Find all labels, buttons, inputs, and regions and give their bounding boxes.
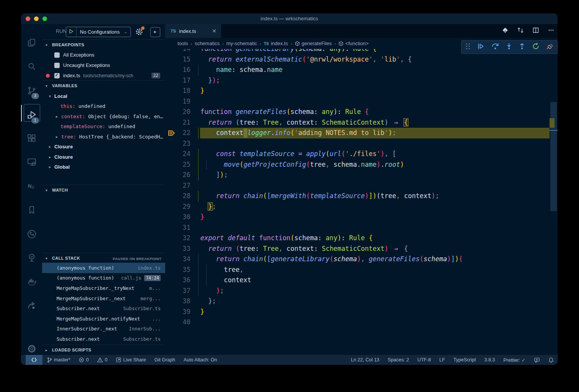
code-line-33[interactable]: 33 return (tree: Tree, context: Schemati… bbox=[165, 244, 558, 254]
line-number[interactable]: 24 bbox=[178, 149, 190, 159]
errors-status[interactable]: 0 bbox=[79, 357, 89, 363]
breakpoint-row[interactable]: index.tstools/schematics/my-sch...22 bbox=[42, 70, 165, 81]
breakpoint-gutter[interactable] bbox=[165, 86, 178, 96]
breakpoint-gutter[interactable] bbox=[165, 265, 178, 275]
line-number[interactable]: 18 bbox=[178, 86, 190, 96]
code-line-22[interactable]: 22 context.logger.info('adding NOTES.md … bbox=[165, 128, 558, 138]
variable-row[interactable]: ▸tree: HostTree {_backend: ScopedH… bbox=[42, 132, 165, 142]
line-number[interactable]: 36 bbox=[178, 275, 190, 286]
variables-scope-row[interactable]: ▾Local bbox=[42, 91, 165, 101]
code-line-40[interactable]: 40 bbox=[165, 317, 558, 328]
code-line-15[interactable]: 15 return externalSchematic('@nrwl/works… bbox=[165, 54, 558, 65]
activity-bar-item-share[interactable] bbox=[21, 296, 42, 315]
live-share-status[interactable]: Live Share bbox=[116, 357, 146, 363]
step-out-button[interactable] bbox=[519, 43, 525, 51]
code-line-25[interactable]: 25 move(getProjectConfig(tree, schema.na… bbox=[165, 159, 558, 170]
line-number[interactable]: 28 bbox=[178, 191, 190, 202]
restart-button[interactable] bbox=[532, 43, 539, 51]
activity-bar-item-extensions[interactable] bbox=[21, 129, 42, 148]
line-number[interactable]: 22 bbox=[178, 128, 190, 138]
breakpoint-gutter[interactable] bbox=[165, 296, 178, 307]
variable-row[interactable]: templateSource: undefined bbox=[42, 122, 165, 132]
breadcrumb-item[interactable]: <function> bbox=[338, 41, 369, 46]
breakpoint-row[interactable]: Uncaught Exceptions bbox=[42, 60, 165, 70]
activity-bar-item-source-control[interactable]: 3 bbox=[21, 81, 42, 100]
activity-bar-item-git-graph[interactable] bbox=[21, 225, 42, 243]
breakpoint-gutter[interactable] bbox=[165, 275, 178, 286]
line-number[interactable]: 34 bbox=[178, 254, 190, 265]
code-line-20[interactable]: 20function generateFiles(schema: any): R… bbox=[165, 107, 558, 117]
breakpoint-gutter[interactable] bbox=[165, 149, 178, 159]
variable-row[interactable]: this: undefined bbox=[42, 101, 165, 112]
variable-row[interactable]: ▸context: Object {debug: false, en… bbox=[42, 111, 165, 122]
line-number[interactable]: 30 bbox=[178, 212, 190, 223]
breakpoint-gutter[interactable] bbox=[165, 254, 178, 265]
line-number[interactable]: 17 bbox=[178, 75, 190, 86]
activity-bar-item-run-debug[interactable]: 1 bbox=[21, 106, 42, 124]
line-number[interactable]: 20 bbox=[178, 107, 190, 117]
line-number[interactable]: 14 bbox=[178, 49, 190, 54]
code-line-30[interactable]: 30} bbox=[165, 212, 558, 223]
activity-bar-item-test-explorer[interactable] bbox=[21, 249, 42, 267]
debug-console-button[interactable]: ▸ bbox=[150, 27, 160, 37]
activity-bar-item-bookmarks[interactable] bbox=[21, 201, 42, 219]
code-line-34[interactable]: 34 return chain([generateLibrary(schema)… bbox=[165, 254, 558, 265]
code-line-39[interactable]: 39} bbox=[165, 307, 558, 317]
eol-status[interactable]: LF bbox=[439, 357, 445, 363]
call-stack-section-header[interactable]: ▾ CALL STACK PAUSED ON BREAKPOINT bbox=[42, 253, 165, 264]
breakpoint-gutter[interactable] bbox=[165, 223, 178, 233]
cursor-position-status[interactable]: Ln 22, Col 13 bbox=[351, 357, 379, 363]
breakpoints-section-header[interactable]: ▾ BREAKPOINTS bbox=[42, 39, 165, 50]
breakpoint-gutter[interactable] bbox=[165, 191, 178, 202]
line-number[interactable]: 38 bbox=[178, 296, 190, 307]
line-number[interactable]: 31 bbox=[178, 223, 190, 233]
breadcrumb-item[interactable]: schematics bbox=[195, 41, 220, 46]
call-stack-frame[interactable]: (anonymous function)index.ts bbox=[42, 263, 165, 273]
activity-bar-item-nx-console[interactable]: N≥ bbox=[21, 177, 42, 195]
code-line-19[interactable]: 19 bbox=[165, 96, 558, 107]
breakpoint-gutter[interactable] bbox=[165, 54, 178, 65]
call-stack-frame[interactable]: Subscriber.nextSubscriber.ts bbox=[42, 334, 165, 344]
gitlens-button[interactable] bbox=[502, 27, 509, 35]
breadcrumb-item[interactable]: TSindex.ts bbox=[264, 41, 288, 46]
loaded-scripts-section-header[interactable]: ▸ LOADED SCRIPTS bbox=[42, 345, 165, 355]
line-number[interactable]: 35 bbox=[178, 265, 190, 275]
disconnect-button[interactable] bbox=[546, 43, 554, 51]
code-line-21[interactable]: 21 return (tree: Tree, context: Schemati… bbox=[165, 117, 558, 128]
code-editor[interactable]: 14function generateLibrary(schema: any):… bbox=[165, 49, 558, 355]
breakpoint-checkbox[interactable] bbox=[54, 73, 60, 78]
code-line-28[interactable]: 28 return chain([mergeWith(templateSourc… bbox=[165, 191, 558, 202]
code-line-36[interactable]: 36 context bbox=[165, 275, 558, 286]
line-number[interactable]: 33 bbox=[178, 244, 190, 254]
launch-configuration-dropdown[interactable]: No Configurations ⌄ bbox=[66, 27, 131, 37]
code-line-23[interactable]: 23 bbox=[165, 138, 558, 149]
call-stack-frame[interactable]: MergeMapSubscriber._nextmerg... bbox=[42, 293, 165, 304]
activity-bar-item-docker[interactable] bbox=[21, 273, 42, 291]
breakpoint-gutter[interactable] bbox=[165, 307, 178, 317]
warnings-status[interactable]: 0 bbox=[97, 357, 107, 363]
indentation-status[interactable]: Spaces: 2 bbox=[388, 357, 409, 363]
code-line-26[interactable]: 26 ]); bbox=[165, 170, 558, 181]
code-line-35[interactable]: 35 tree, bbox=[165, 265, 558, 275]
tab-index-ts[interactable]: TS index.ts ✕ bbox=[165, 24, 221, 38]
step-over-button[interactable] bbox=[491, 43, 499, 51]
overview-ruler[interactable] bbox=[550, 49, 558, 355]
start-debug-icon[interactable] bbox=[69, 29, 73, 35]
line-number[interactable]: 16 bbox=[178, 65, 190, 75]
call-stack-frame[interactable]: MergeMapSubscriber.notifyNext... bbox=[42, 314, 165, 324]
breakpoint-checkbox[interactable] bbox=[54, 52, 60, 58]
code-line-32[interactable]: 32export default function(schema: any): … bbox=[165, 233, 558, 244]
continue-button[interactable] bbox=[477, 43, 484, 51]
variables-scope-row[interactable]: ▸Closure bbox=[42, 142, 165, 152]
code-line-17[interactable]: 17 }); bbox=[165, 75, 558, 86]
call-stack-frame[interactable]: Subscriber.nextSubscriber.ts bbox=[42, 303, 165, 314]
breadcrumb-item[interactable]: tools bbox=[177, 41, 188, 46]
feedback-status[interactable] bbox=[534, 357, 540, 363]
breadcrumb-item[interactable]: my-schematic bbox=[226, 41, 257, 46]
code-line-18[interactable]: 18} bbox=[165, 86, 558, 96]
activity-bar-item-explorer[interactable] bbox=[21, 34, 42, 52]
encoding-status[interactable]: UTF-8 bbox=[417, 357, 431, 363]
compare-changes-button[interactable] bbox=[517, 27, 524, 35]
code-line-24[interactable]: 24 const templateSource = apply(url('./f… bbox=[165, 149, 558, 159]
line-number[interactable]: 25 bbox=[178, 159, 190, 170]
